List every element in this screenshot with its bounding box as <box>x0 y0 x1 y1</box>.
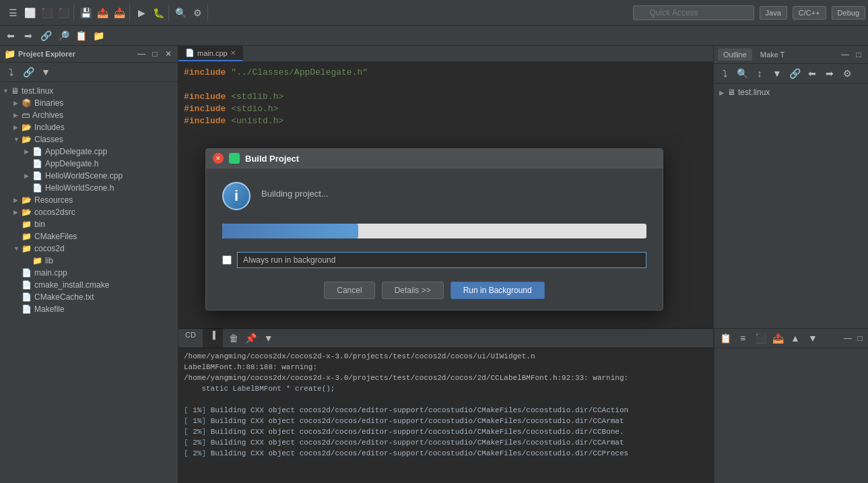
dialog-buttons: Cancel Details >> Run in Background <box>222 282 646 299</box>
cancel-button[interactable]: Cancel <box>324 282 374 299</box>
dialog-checkbox-row: Always run in background <box>222 252 646 268</box>
always-background-checkbox[interactable] <box>222 255 232 265</box>
dialog-titlebar: ✕ Build Project <box>206 149 663 168</box>
build-project-dialog: ✕ Build Project i Building project... Al… <box>205 148 663 311</box>
dialog-overlay: ✕ Build Project i Building project... Al… <box>0 0 868 483</box>
dialog-message-row: i Building project... <box>222 182 646 210</box>
details-button[interactable]: Details >> <box>382 282 444 299</box>
dialog-message: Building project... <box>261 182 329 199</box>
run-in-background-button[interactable]: Run in Background <box>450 282 545 299</box>
dialog-info-icon: i <box>222 182 251 210</box>
dialog-close-button[interactable]: ✕ <box>213 153 224 164</box>
dialog-body: i Building project... Always run in back… <box>206 168 663 310</box>
dialog-title: Build Project <box>245 154 299 164</box>
always-background-label[interactable]: Always run in background <box>237 252 646 268</box>
dialog-progress-bar <box>222 224 358 238</box>
dialog-icon-button[interactable] <box>229 153 240 164</box>
dialog-progress-bar-container <box>222 224 646 238</box>
